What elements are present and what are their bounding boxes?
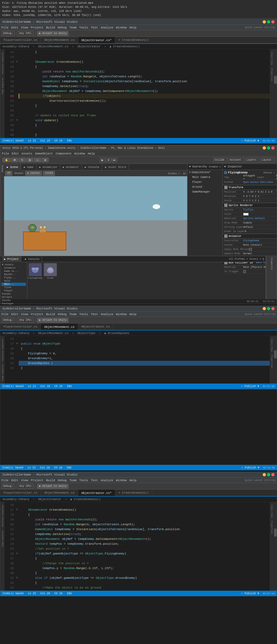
menu-help-3[interactable]: Help: [129, 479, 136, 482]
scrollbar-thumb-2[interactable]: [274, 350, 277, 358]
menu-project-2[interactable]: Project: [31, 313, 43, 316]
tab-playercontroller-1[interactable]: PlayerController.cs: [0, 37, 41, 44]
transform-tool-move[interactable]: ✥: [11, 158, 18, 162]
asset-flying-enemy[interactable]: FlyingEnemy: [28, 263, 42, 279]
inspector-animator-section[interactable]: Animator: [223, 234, 277, 239]
tree-gold[interactable]: Gold: [1, 279, 26, 283]
layers-dropdown[interactable]: Layers ▾: [245, 158, 259, 163]
anycpu-dropdown-3[interactable]: Any CPU ▼: [18, 484, 34, 489]
close-btn-1[interactable]: [271, 20, 275, 24]
menu-file-1[interactable]: File: [1, 26, 8, 29]
tree-packages[interactable]: Packages: [1, 302, 26, 305]
hierarchy-samplescene[interactable]: ▼ SampleScene*: [187, 170, 222, 175]
scene-search[interactable]: Q<: [183, 172, 186, 175]
menu-test-2[interactable]: Test: [91, 313, 98, 316]
animation-tab[interactable]: ▶ Animation: [37, 164, 60, 170]
quick-launch-3[interactable]: Quick Launch (Ctrl+Q): [245, 479, 276, 482]
maximize-btn-1[interactable]: [267, 20, 270, 24]
menu-help-2[interactable]: Help: [129, 313, 136, 316]
tree-background[interactable]: BackGr...: [1, 273, 26, 276]
menu-edit-1[interactable]: Edit: [11, 26, 18, 29]
tree-obstacle[interactable]: Obst...: [1, 283, 26, 286]
unity-menu-help[interactable]: Help: [88, 152, 95, 155]
root-motion-checkbox[interactable]: [249, 248, 252, 251]
publish-btn-3[interactable]: ✓ Publish ▼: [241, 592, 259, 595]
game-tab[interactable]: ▶ Game: [21, 164, 37, 170]
unity-menu-edit[interactable]: Edit: [12, 152, 19, 155]
publish-btn-1[interactable]: ✓ Publish ▼: [241, 139, 259, 142]
menu-window-1[interactable]: Window: [116, 26, 127, 29]
scrollbar-thumb-1[interactable]: [274, 76, 277, 84]
transform-tool-rect[interactable]: ▭: [34, 158, 41, 162]
code-area-2[interactable]: public enum ObjectType { FlyingEnemy = 0…: [19, 336, 270, 384]
scene-panel-tab[interactable]: Scene: [0, 164, 4, 173]
scene-tab[interactable]: ▶ Scene: [4, 164, 21, 170]
unity-inspector-tab-btn[interactable]: Inspector: [270, 256, 273, 272]
publish-btn-2[interactable]: ✓ Publish ▼: [241, 385, 259, 388]
anycpu-dropdown-2[interactable]: Any CPU ▼: [18, 318, 34, 323]
minimize-btn-3[interactable]: [263, 473, 266, 476]
2d-toggle[interactable]: 2D: [5, 171, 12, 176]
controller-value[interactable]: FlyingEnemy: [243, 239, 259, 242]
tree-player[interactable]: Player: [1, 289, 26, 292]
close-btn-3[interactable]: [271, 473, 275, 476]
inspector-active-checkbox[interactable]: [224, 171, 227, 174]
hierarchy-create-btn[interactable]: Create ▾: [209, 165, 221, 168]
close-btn-2[interactable]: [271, 307, 275, 310]
properties-tab-2[interactable]: Properties: [270, 353, 274, 369]
transform-tool-multi[interactable]: ⊕: [42, 158, 49, 162]
layout-dropdown[interactable]: Layout ▾: [260, 158, 275, 163]
anycpu-dropdown-1[interactable]: Any CPU ▼: [18, 31, 34, 36]
s2b-publish[interactable]: ✓ Publish ▼: [242, 466, 259, 469]
tab-objectcreator-3[interactable]: ObjectCreator.cs*: [78, 490, 115, 496]
asset-store-tab[interactable]: ▶ Asset Store: [102, 164, 129, 170]
tree-gameassets[interactable]: Game As...: [1, 270, 26, 273]
tree-animator[interactable]: Animator: [1, 266, 26, 270]
menu-view-3[interactable]: View: [21, 479, 28, 482]
menu-file-2[interactable]: File: [1, 313, 8, 316]
menu-build-1[interactable]: Build: [46, 26, 55, 29]
maximize-btn-3[interactable]: [267, 473, 270, 476]
tree-scripts[interactable]: Scripts: [1, 296, 26, 299]
tree-sounds[interactable]: Sounds: [1, 299, 26, 302]
minimize-btn-2[interactable]: [263, 307, 266, 310]
menu-team-2[interactable]: Team: [69, 313, 76, 316]
inspector-transform-section[interactable]: Transform: [223, 185, 277, 190]
class-view-tab[interactable]: Class View: [270, 50, 274, 67]
unity-scene-view[interactable]: ▶ Scene ▶ Game ▶ Animation ▶ Animator ▶ …: [4, 164, 187, 256]
menu-debug-1[interactable]: Debug: [58, 26, 67, 29]
code-area-1[interactable]: } IEnumerator CreateEnemies() { yield re…: [19, 49, 270, 138]
unity-menu-window[interactable]: Window: [74, 152, 85, 155]
transform-tool-rotate[interactable]: ↻: [19, 158, 26, 162]
attach-unity-btn-2[interactable]: ▶ Attach to Unity: [37, 318, 68, 323]
sprite-value[interactable]: flyfly1: [243, 209, 253, 211]
menu-tools-1[interactable]: Tools: [79, 26, 88, 29]
unity-close-btn[interactable]: [271, 146, 275, 150]
team-explorer-tab-3[interactable]: Team Explorer: [1, 529, 4, 549]
menu-edit-3[interactable]: Edit: [11, 479, 18, 482]
team-explorer-tab[interactable]: Team Explorer: [1, 76, 4, 96]
material-value[interactable]: Sprites-Default: [243, 217, 265, 220]
menu-debug-2[interactable]: Debug: [58, 313, 67, 316]
unity-min-btn[interactable]: [263, 146, 266, 150]
debug-dropdown-2[interactable]: Debug ▼: [2, 318, 14, 323]
menu-test-3[interactable]: Test: [91, 479, 98, 482]
color-swatch[interactable]: [243, 213, 249, 216]
menu-project-3[interactable]: Project: [31, 479, 43, 482]
inspector-sprite-section[interactable]: Sprite Renderer: [223, 203, 277, 208]
quick-launch-2[interactable]: Quick Launch (Ctrl+Q): [245, 313, 276, 316]
unity-step-btn[interactable]: ⏭: [112, 158, 117, 163]
menu-file-3[interactable]: File: [1, 479, 8, 482]
scrollbar-2[interactable]: [274, 336, 277, 384]
unity-project-tab[interactable]: ▶ Project: [2, 256, 21, 262]
class-view-tab-2[interactable]: Class View: [270, 337, 274, 353]
unity-max-btn[interactable]: [267, 146, 270, 150]
menu-team-1[interactable]: Team: [69, 26, 76, 29]
menu-test-1[interactable]: Test: [91, 26, 98, 29]
solution-explorer-tab-3[interactable]: Solution Explorer: [1, 503, 4, 529]
unity-menu-gameobject[interactable]: GameObject: [35, 152, 53, 155]
tab-createenemies-1[interactable]: × CreateEnemies(): [115, 37, 152, 44]
prefab-select[interactable]: Select: [250, 181, 259, 184]
menu-view-2[interactable]: View: [21, 313, 28, 316]
menu-analyze-2[interactable]: Analyze: [101, 313, 113, 316]
